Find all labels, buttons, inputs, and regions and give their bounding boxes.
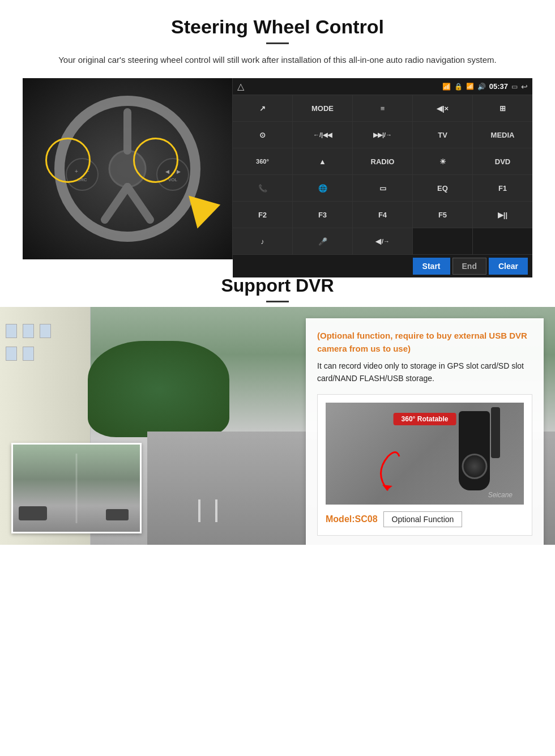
grid-btn-next[interactable]: ▶▶|/→ <box>353 122 412 148</box>
grid-btn-radio[interactable]: RADIO <box>353 148 412 174</box>
svg-marker-13 <box>382 485 392 490</box>
bottom-bar: Start End Clear <box>233 254 532 277</box>
grid-btn-f4[interactable]: F4 <box>353 202 412 228</box>
grid-btn-phone[interactable]: 📞 <box>233 175 292 201</box>
seicane-watermark: Seicane <box>488 491 513 499</box>
grid-btn-empty1 <box>413 228 472 254</box>
volume-icon: 🔊 <box>477 83 486 91</box>
lock-icon: 🔒 <box>454 83 463 91</box>
dvr-section: Support DVR <box>0 259 555 545</box>
optional-function-button[interactable]: Optional Function <box>383 511 463 527</box>
grid-btn-apps[interactable]: ⊞ <box>473 95 532 121</box>
grid-btn-playpause[interactable]: ▶|| <box>473 202 532 228</box>
steering-container: + − SRC ◀ ▶ VOL △ 📶 <box>23 78 532 259</box>
grid-btn-f5[interactable]: F5 <box>413 202 472 228</box>
dvr-optional-text: (Optional function, require to buy exter… <box>317 330 532 355</box>
grid-btn-mode[interactable]: MODE <box>293 95 352 121</box>
grid-btn-mute[interactable]: ◀|× <box>413 95 472 121</box>
grid-btn-prev[interactable]: ←/|◀◀ <box>293 122 352 148</box>
grid-btn-360[interactable]: 360° <box>233 148 292 174</box>
grid-btn-f3[interactable]: F3 <box>293 202 352 228</box>
start-button[interactable]: Start <box>413 258 450 275</box>
dvr-desc-text: It can record video only to storage in G… <box>317 360 532 385</box>
steering-photo: + − SRC ◀ ▶ VOL <box>23 78 232 259</box>
grid-btn-settings[interactable]: ⊙ <box>233 122 292 148</box>
status-bar: △ 📶 🔒 📶 🔊 05:37 ▭ ↩ <box>233 78 532 95</box>
svg-line-4 <box>127 187 150 220</box>
grid-btn-nav[interactable]: ↗ <box>233 95 292 121</box>
title-divider <box>266 42 289 44</box>
grid-btn-brightness[interactable]: ☀ <box>413 148 472 174</box>
dvr-thumb-inner <box>13 445 140 532</box>
dvr-title: Support DVR <box>23 275 532 296</box>
grid-btn-eject[interactable]: ▲ <box>293 148 352 174</box>
grid-btn-internet[interactable]: 🌐 <box>293 175 352 201</box>
status-right: 📶 🔒 📶 🔊 05:37 ▭ ↩ <box>442 82 528 91</box>
window-icon: ▭ <box>511 83 518 91</box>
highlight-circle-left <box>45 138 91 183</box>
clear-button[interactable]: Clear <box>489 258 528 275</box>
end-button[interactable]: End <box>452 258 486 275</box>
model-row: Model:SC08 Optional Function <box>326 511 524 527</box>
back-icon[interactable]: ↩ <box>521 82 528 91</box>
dvr-photo-area: (Optional function, require to buy exter… <box>0 307 555 545</box>
dvr-thumbnail <box>11 443 142 533</box>
grid-btn-empty2 <box>473 228 532 254</box>
grid-btn-f1[interactable]: F1 <box>473 175 532 201</box>
grid-btn-media[interactable]: MEDIA <box>473 122 532 148</box>
wifi-icon: 📶 <box>442 83 451 91</box>
grid-btn-mic[interactable]: 🎤 <box>293 228 352 254</box>
grid-btn-pip[interactable]: ▭ <box>353 175 412 201</box>
dvr-info-card: (Optional function, require to buy exter… <box>306 318 544 545</box>
rotation-arrow-svg <box>371 445 405 496</box>
grid-btn-music[interactable]: ♪ <box>233 228 292 254</box>
grid-btn-tv[interactable]: TV <box>413 122 472 148</box>
steering-photo-area: + − SRC ◀ ▶ VOL <box>23 78 232 259</box>
steering-subtitle: Your original car's steering wheel contr… <box>57 53 498 67</box>
camera-visual: 360° Rotatable Seicane <box>326 403 524 505</box>
button-grid: ↗ MODE ≡ ◀|× ⊞ ⊙ ←/|◀◀ ▶▶|/→ TV MEDIA 36… <box>233 95 532 254</box>
model-label: Model:SC08 <box>326 514 378 524</box>
steering-section: Steering Wheel Control Your original car… <box>0 0 555 259</box>
steering-title: Steering Wheel Control <box>23 16 532 38</box>
grid-btn-f2[interactable]: F2 <box>233 202 292 228</box>
page-bottom <box>0 545 555 562</box>
home-icon[interactable]: △ <box>237 81 244 92</box>
status-time: 05:37 <box>489 82 508 91</box>
android-panel: △ 📶 🔒 📶 🔊 05:37 ▭ ↩ ↗ MODE ≡ ◀|× ⊞ <box>232 78 532 259</box>
signal-icon: 📶 <box>466 83 474 90</box>
grid-btn-menu[interactable]: ≡ <box>353 95 412 121</box>
grid-btn-eq[interactable]: EQ <box>413 175 472 201</box>
camera-box: 360° Rotatable Seicane <box>317 394 532 536</box>
grid-btn-voltrack[interactable]: ◀|/→ <box>353 228 412 254</box>
dvr-divider <box>266 301 289 302</box>
rotatable-badge: 360° Rotatable <box>394 413 456 425</box>
svg-text:▶: ▶ <box>177 169 181 174</box>
highlight-circle-right <box>133 138 178 183</box>
grid-btn-dvd[interactable]: DVD <box>473 148 532 174</box>
svg-line-3 <box>105 187 127 220</box>
